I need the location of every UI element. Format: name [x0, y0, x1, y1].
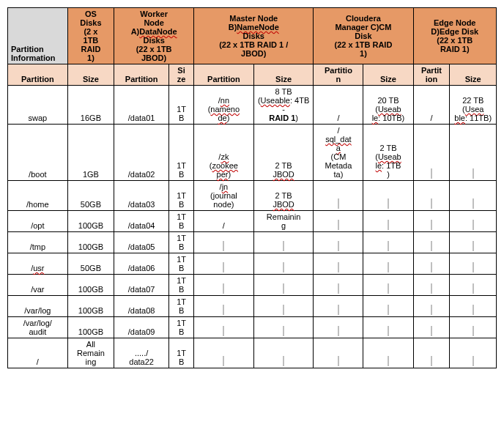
cm-partition — [314, 211, 363, 232]
os-partition: swap — [8, 86, 68, 125]
wn-size: 1TB — [169, 253, 194, 275]
mn-size — [253, 338, 314, 368]
wn-size: 1TB — [169, 125, 194, 181]
wn-size: 1TB — [169, 275, 194, 296]
table-row: /home 50GB /data03 1TB /jn (journal node… — [8, 181, 497, 211]
wn-size: 1TB — [169, 317, 194, 338]
os-partition: /boot — [8, 125, 68, 181]
en-partition — [413, 232, 450, 253]
header-edge-node: Edge Node D)Edge Disk (22 x 1TB RAID 1) — [413, 8, 497, 64]
mn-partition: /nn (nameno de) — [194, 86, 254, 125]
mn-size: 8 TB (Useable: 4TB - RAID 1) — [253, 86, 314, 125]
en-size — [450, 232, 497, 253]
cm-partition — [314, 338, 363, 368]
mn-size — [253, 232, 314, 253]
en-size — [450, 211, 497, 232]
en-partition — [413, 317, 450, 338]
wn-partition: /data02 — [114, 125, 169, 181]
en-size — [450, 317, 497, 338]
wn-partition: /data06 — [114, 253, 169, 275]
os-partition: /var/log/audit — [8, 317, 68, 338]
mn-partition: / — [194, 211, 254, 232]
mn-partition: /jn (journal node) — [194, 181, 254, 211]
header-row-groups: Partition Information OS Disks (2 x 1TB … — [8, 8, 497, 64]
wn-partition: /data05 — [114, 232, 169, 253]
wn-partition: /data04 — [114, 211, 169, 232]
cm-partition — [314, 317, 363, 338]
en-partition — [413, 181, 450, 211]
table-row: /boot 1GB /data02 1TB /zk (zookee per) 2… — [8, 125, 497, 181]
table-row: /var/log 100GB /data08 1TB — [8, 296, 497, 317]
mn-size: 2 TB JBOD — [253, 125, 314, 181]
cm-size — [363, 296, 413, 317]
cm-size: 20 TB (Useab le: 10TB) — [363, 86, 413, 125]
mn-partition — [194, 338, 254, 368]
wn-size: 1TB — [169, 232, 194, 253]
cm-partition: / sql_dat a (CM Metada ta) — [314, 125, 363, 181]
sub-partition-3: Partition — [194, 64, 254, 86]
table-row: / AllRemaining ...../data22 1TB — [8, 338, 497, 368]
en-partition: / — [413, 86, 450, 125]
os-size: 50GB — [67, 253, 114, 275]
cm-partition — [314, 253, 363, 275]
mn-size — [253, 296, 314, 317]
wn-partition: /data09 — [114, 317, 169, 338]
en-partition — [413, 125, 450, 181]
cm-partition — [314, 296, 363, 317]
wn-partition: /data08 — [114, 296, 169, 317]
sub-partition-5: Partition — [413, 64, 450, 86]
mn-size — [253, 275, 314, 296]
wn-partition: ...../data22 — [114, 338, 169, 368]
sub-partition-2: Partition — [114, 64, 169, 86]
os-size: 100GB — [67, 232, 114, 253]
cm-size: 2 TB (Useab le: 1TB ) — [363, 125, 413, 181]
en-size: 22 TB (Usea ble: 11TB) — [450, 86, 497, 125]
os-size: 100GB — [67, 275, 114, 296]
header-worker-node: Worker Node A)DataNode Disks (22 x 1TB J… — [114, 8, 194, 64]
os-size: 16GB — [67, 86, 114, 125]
os-size: 1GB — [67, 125, 114, 181]
en-partition — [413, 296, 450, 317]
en-partition — [413, 211, 450, 232]
table-row: /tmp 100GB /data05 1TB — [8, 232, 497, 253]
mn-partition — [194, 275, 254, 296]
mn-partition — [194, 232, 254, 253]
mn-partition — [194, 317, 254, 338]
os-partition: /usr — [8, 253, 68, 275]
header-row-sub: Partition Size Partition Size Partition … — [8, 64, 497, 86]
wn-size: 1TB — [169, 296, 194, 317]
wn-partition: /data07 — [114, 275, 169, 296]
cm-size — [363, 232, 413, 253]
table-row: swap 16GB /data01 1TB /nn (nameno de) 8 … — [8, 86, 497, 125]
en-size — [450, 275, 497, 296]
cm-partition: / — [314, 86, 363, 125]
partition-table: Partition Information OS Disks (2 x 1TB … — [7, 7, 497, 368]
mn-size — [253, 253, 314, 275]
os-size: 100GB — [67, 296, 114, 317]
sub-partition-1: Partition — [8, 64, 68, 86]
os-size: 100GB — [67, 317, 114, 338]
os-size: 50GB — [67, 181, 114, 211]
en-size — [450, 125, 497, 181]
sub-partition-4: Partition — [314, 64, 363, 86]
cm-size — [363, 253, 413, 275]
os-size: 100GB — [67, 211, 114, 232]
header-corner: Partition Information — [8, 8, 68, 64]
mn-size: 2 TB JBOD — [253, 181, 314, 211]
table-row: /opt 100GB /data04 1TB / Remaining — [8, 211, 497, 232]
header-master-node: Master Node B)NameNode Disks (22 x 1TB R… — [194, 8, 314, 64]
en-size — [450, 181, 497, 211]
sub-size-3: Size — [253, 64, 314, 86]
cm-partition — [314, 181, 363, 211]
sub-size-4: Size — [363, 64, 413, 86]
en-partition — [413, 275, 450, 296]
mn-size — [253, 317, 314, 338]
mn-partition — [194, 253, 254, 275]
os-partition: /opt — [8, 211, 68, 232]
table-row: /var/log/audit 100GB /data09 1TB — [8, 317, 497, 338]
en-size — [450, 253, 497, 275]
cm-partition — [314, 275, 363, 296]
os-partition: /tmp — [8, 232, 68, 253]
os-partition: / — [8, 338, 68, 368]
en-size — [450, 296, 497, 317]
